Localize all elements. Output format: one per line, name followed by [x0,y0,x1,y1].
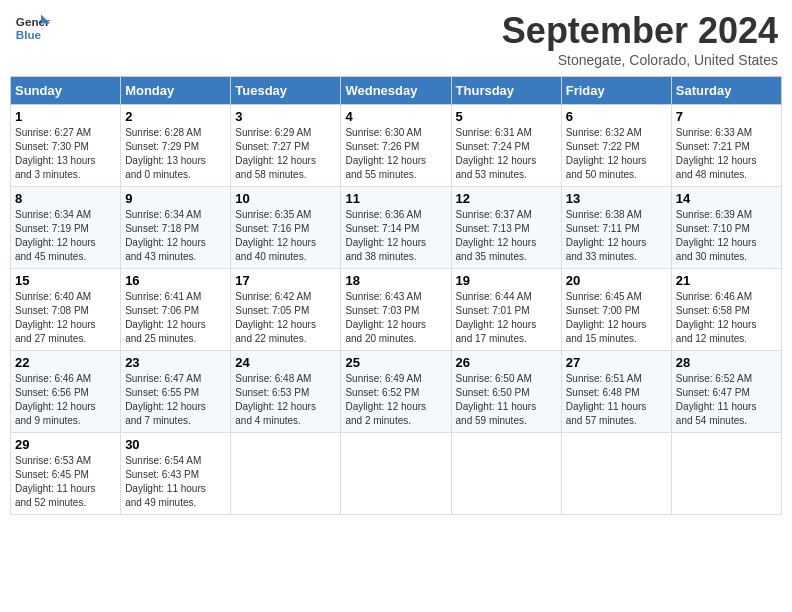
calendar-cell: 9 Sunrise: 6:34 AMSunset: 7:18 PMDayligh… [121,187,231,269]
calendar-cell: 4 Sunrise: 6:30 AMSunset: 7:26 PMDayligh… [341,105,451,187]
day-number: 25 [345,355,446,370]
calendar-cell [231,433,341,515]
day-info: Sunrise: 6:32 AMSunset: 7:22 PMDaylight:… [566,126,667,182]
day-info: Sunrise: 6:30 AMSunset: 7:26 PMDaylight:… [345,126,446,182]
day-number: 5 [456,109,557,124]
logo-icon: General Blue [14,10,50,46]
day-number: 2 [125,109,226,124]
svg-text:Blue: Blue [16,28,42,41]
calendar-cell: 24 Sunrise: 6:48 AMSunset: 6:53 PMDaylig… [231,351,341,433]
day-number: 29 [15,437,116,452]
day-number: 6 [566,109,667,124]
calendar-week-row: 22 Sunrise: 6:46 AMSunset: 6:56 PMDaylig… [11,351,782,433]
day-number: 4 [345,109,446,124]
calendar-cell: 8 Sunrise: 6:34 AMSunset: 7:19 PMDayligh… [11,187,121,269]
calendar-week-row: 8 Sunrise: 6:34 AMSunset: 7:19 PMDayligh… [11,187,782,269]
calendar-cell: 10 Sunrise: 6:35 AMSunset: 7:16 PMDaylig… [231,187,341,269]
day-info: Sunrise: 6:44 AMSunset: 7:01 PMDaylight:… [456,290,557,346]
day-number: 7 [676,109,777,124]
title-area: September 2024 Stonegate, Colorado, Unit… [502,10,778,68]
day-info: Sunrise: 6:54 AMSunset: 6:43 PMDaylight:… [125,454,226,510]
day-number: 10 [235,191,336,206]
day-info: Sunrise: 6:53 AMSunset: 6:45 PMDaylight:… [15,454,116,510]
day-info: Sunrise: 6:46 AMSunset: 6:58 PMDaylight:… [676,290,777,346]
calendar-cell: 5 Sunrise: 6:31 AMSunset: 7:24 PMDayligh… [451,105,561,187]
day-info: Sunrise: 6:27 AMSunset: 7:30 PMDaylight:… [15,126,116,182]
day-info: Sunrise: 6:38 AMSunset: 7:11 PMDaylight:… [566,208,667,264]
calendar-cell: 16 Sunrise: 6:41 AMSunset: 7:06 PMDaylig… [121,269,231,351]
day-number: 28 [676,355,777,370]
calendar-cell [561,433,671,515]
calendar-cell: 6 Sunrise: 6:32 AMSunset: 7:22 PMDayligh… [561,105,671,187]
day-number: 11 [345,191,446,206]
day-info: Sunrise: 6:46 AMSunset: 6:56 PMDaylight:… [15,372,116,428]
calendar-cell: 26 Sunrise: 6:50 AMSunset: 6:50 PMDaylig… [451,351,561,433]
day-number: 26 [456,355,557,370]
day-number: 21 [676,273,777,288]
calendar-cell: 1 Sunrise: 6:27 AMSunset: 7:30 PMDayligh… [11,105,121,187]
day-number: 24 [235,355,336,370]
calendar-cell: 27 Sunrise: 6:51 AMSunset: 6:48 PMDaylig… [561,351,671,433]
month-title: September 2024 [502,10,778,52]
col-sunday: Sunday [11,77,121,105]
day-info: Sunrise: 6:28 AMSunset: 7:29 PMDaylight:… [125,126,226,182]
day-number: 13 [566,191,667,206]
day-number: 1 [15,109,116,124]
calendar-cell [341,433,451,515]
subtitle: Stonegate, Colorado, United States [502,52,778,68]
calendar-cell: 7 Sunrise: 6:33 AMSunset: 7:21 PMDayligh… [671,105,781,187]
col-friday: Friday [561,77,671,105]
day-info: Sunrise: 6:49 AMSunset: 6:52 PMDaylight:… [345,372,446,428]
day-info: Sunrise: 6:33 AMSunset: 7:21 PMDaylight:… [676,126,777,182]
day-number: 12 [456,191,557,206]
day-number: 18 [345,273,446,288]
day-number: 14 [676,191,777,206]
calendar-cell: 23 Sunrise: 6:47 AMSunset: 6:55 PMDaylig… [121,351,231,433]
day-info: Sunrise: 6:34 AMSunset: 7:18 PMDaylight:… [125,208,226,264]
calendar-table: Sunday Monday Tuesday Wednesday Thursday… [10,76,782,515]
header-row: Sunday Monday Tuesday Wednesday Thursday… [11,77,782,105]
calendar-cell [671,433,781,515]
day-info: Sunrise: 6:51 AMSunset: 6:48 PMDaylight:… [566,372,667,428]
day-info: Sunrise: 6:45 AMSunset: 7:00 PMDaylight:… [566,290,667,346]
calendar-cell: 30 Sunrise: 6:54 AMSunset: 6:43 PMDaylig… [121,433,231,515]
day-info: Sunrise: 6:34 AMSunset: 7:19 PMDaylight:… [15,208,116,264]
calendar-cell: 11 Sunrise: 6:36 AMSunset: 7:14 PMDaylig… [341,187,451,269]
day-number: 15 [15,273,116,288]
calendar-cell: 12 Sunrise: 6:37 AMSunset: 7:13 PMDaylig… [451,187,561,269]
col-monday: Monday [121,77,231,105]
day-number: 16 [125,273,226,288]
day-info: Sunrise: 6:41 AMSunset: 7:06 PMDaylight:… [125,290,226,346]
day-info: Sunrise: 6:52 AMSunset: 6:47 PMDaylight:… [676,372,777,428]
day-info: Sunrise: 6:48 AMSunset: 6:53 PMDaylight:… [235,372,336,428]
calendar-week-row: 29 Sunrise: 6:53 AMSunset: 6:45 PMDaylig… [11,433,782,515]
day-number: 9 [125,191,226,206]
day-info: Sunrise: 6:43 AMSunset: 7:03 PMDaylight:… [345,290,446,346]
calendar-cell: 3 Sunrise: 6:29 AMSunset: 7:27 PMDayligh… [231,105,341,187]
day-info: Sunrise: 6:39 AMSunset: 7:10 PMDaylight:… [676,208,777,264]
calendar-cell: 19 Sunrise: 6:44 AMSunset: 7:01 PMDaylig… [451,269,561,351]
day-info: Sunrise: 6:36 AMSunset: 7:14 PMDaylight:… [345,208,446,264]
calendar-cell: 13 Sunrise: 6:38 AMSunset: 7:11 PMDaylig… [561,187,671,269]
calendar-cell [451,433,561,515]
day-number: 19 [456,273,557,288]
calendar-cell: 28 Sunrise: 6:52 AMSunset: 6:47 PMDaylig… [671,351,781,433]
day-number: 20 [566,273,667,288]
day-info: Sunrise: 6:50 AMSunset: 6:50 PMDaylight:… [456,372,557,428]
col-saturday: Saturday [671,77,781,105]
col-wednesday: Wednesday [341,77,451,105]
day-info: Sunrise: 6:35 AMSunset: 7:16 PMDaylight:… [235,208,336,264]
calendar-cell: 15 Sunrise: 6:40 AMSunset: 7:08 PMDaylig… [11,269,121,351]
header: General Blue September 2024 Stonegate, C… [10,10,782,68]
day-number: 27 [566,355,667,370]
calendar-cell: 29 Sunrise: 6:53 AMSunset: 6:45 PMDaylig… [11,433,121,515]
day-number: 17 [235,273,336,288]
day-number: 8 [15,191,116,206]
col-thursday: Thursday [451,77,561,105]
calendar-cell: 2 Sunrise: 6:28 AMSunset: 7:29 PMDayligh… [121,105,231,187]
calendar-cell: 25 Sunrise: 6:49 AMSunset: 6:52 PMDaylig… [341,351,451,433]
calendar-cell: 20 Sunrise: 6:45 AMSunset: 7:00 PMDaylig… [561,269,671,351]
calendar-cell: 18 Sunrise: 6:43 AMSunset: 7:03 PMDaylig… [341,269,451,351]
day-info: Sunrise: 6:31 AMSunset: 7:24 PMDaylight:… [456,126,557,182]
day-info: Sunrise: 6:47 AMSunset: 6:55 PMDaylight:… [125,372,226,428]
